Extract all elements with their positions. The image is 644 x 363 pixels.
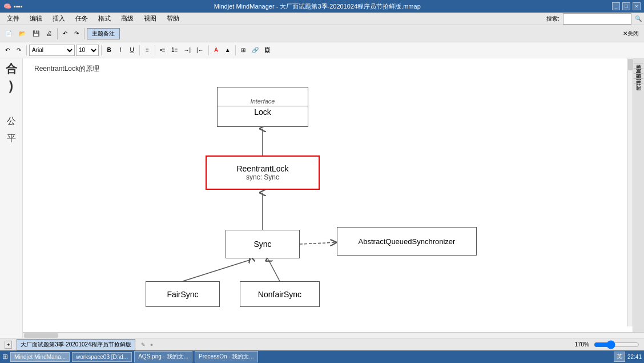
taskbar-item-processon[interactable]: ProcessOn - 我的文...: [195, 351, 258, 362]
current-tab[interactable]: 大厂面试题第3季-20201024程序员节抢鲜版: [17, 339, 135, 350]
canvas-h-container: ReentrantLock的原理: [23, 58, 644, 332]
node-aqs-label-main: AbstractQueuedSynchronizer: [359, 237, 456, 246]
vscrollbar[interactable]: [627, 58, 633, 326]
italic-button[interactable]: I: [115, 45, 126, 56]
right-icon-topic[interactable]: 主题格式: [634, 58, 643, 63]
window-controls[interactable]: _ □ ×: [612, 2, 641, 10]
note-label[interactable]: 主题备注: [87, 28, 120, 39]
node-fairsync[interactable]: FairSync: [146, 281, 220, 307]
node-reentrant-label-main: ReentrantLock: [236, 164, 288, 173]
insert-image-button[interactable]: 🖼: [262, 45, 272, 56]
node-interface[interactable]: Interface Lock: [217, 87, 308, 127]
node-interface-label-top: Interface: [251, 98, 275, 105]
hscroll-thumb[interactable]: [24, 333, 58, 338]
diagram: Interface Lock ReentrantLock sync: Sync …: [57, 75, 514, 332]
print-button[interactable]: 🖨: [43, 27, 55, 40]
redo-fmt-button[interactable]: ↷: [14, 45, 24, 56]
menu-advanced[interactable]: 高级: [116, 13, 138, 24]
start-icon[interactable]: ⊞: [2, 353, 8, 361]
save-button[interactable]: 💾: [30, 27, 42, 40]
fmt-divider3: [139, 45, 140, 55]
menu-file[interactable]: 文件: [2, 13, 24, 24]
bold-button[interactable]: B: [104, 45, 114, 56]
toolbar: 📄 📂 💾 🖨 ↶ ↷ 主题备注 ✕ 关闭: [0, 25, 644, 42]
fmt-divider6: [235, 45, 236, 55]
taskbar: ⊞ Mindjet MindMana... workspace03 [D:\d.…: [0, 350, 644, 363]
node-sync-label-main: Sync: [253, 240, 271, 249]
taskbar-item-aqspng[interactable]: AQS.png - 我的文...: [134, 351, 192, 362]
fmt-divider5: [208, 45, 209, 55]
left-char-gong: 公: [3, 113, 19, 129]
menu-insert[interactable]: 插入: [48, 13, 70, 24]
taskbar-workspace-label: workspace03 [D:\d...: [76, 354, 128, 360]
menu-view[interactable]: 视图: [139, 13, 161, 24]
new-tab-button[interactable]: +: [5, 341, 12, 349]
indent-out-button[interactable]: |←: [194, 45, 206, 56]
taskbar-item-workspace[interactable]: workspace03 [D:\d...: [72, 352, 132, 362]
zoom-slider[interactable]: [594, 340, 639, 349]
format-toolbar: ↶ ↷ Arial 10 B I U ≡ •≡ 1≡ →| |← A ▲ ⊞ 🔗…: [0, 42, 644, 58]
menu-edit[interactable]: 编辑: [25, 13, 47, 24]
undo-fmt-button[interactable]: ↶: [2, 45, 13, 56]
close-button[interactable]: ×: [633, 2, 641, 10]
status-bar: + 大厂面试题第3季-20201024程序员节抢鲜版 ✎ ● 170%: [0, 338, 644, 350]
divider1: [57, 28, 58, 39]
minimize-button[interactable]: _: [612, 2, 620, 10]
node-nonfairsync[interactable]: NonfairSync: [240, 281, 320, 307]
fmt-divider2: [101, 45, 102, 55]
right-icon-mark[interactable]: 标记: [634, 79, 643, 84]
search-icon[interactable]: 🔍: [635, 15, 642, 22]
underline-button[interactable]: U: [127, 45, 137, 56]
font-select[interactable]: Arial: [29, 45, 75, 56]
zoom-label: 170%: [574, 341, 589, 348]
right-icon-task[interactable]: 任务信息: [634, 63, 643, 69]
vscroll-thumb[interactable]: [628, 59, 633, 70]
search-input[interactable]: [563, 13, 631, 25]
main-layout: 合 ) 公 平 ReentrantLock的原理: [0, 58, 644, 338]
list-bullet-button[interactable]: •≡: [158, 45, 168, 56]
redo-button[interactable]: ↷: [71, 27, 82, 40]
window-title: Mindjet MindManager - 大厂面试题第3季-20201024程…: [23, 2, 612, 11]
hscrollbar[interactable]: [23, 332, 644, 338]
font-color-button[interactable]: A: [211, 45, 222, 56]
node-reentrant-label-sub: sync: Sync: [246, 173, 279, 181]
list-number-button[interactable]: 1≡: [169, 45, 180, 56]
insert-link-button[interactable]: 🔗: [249, 45, 261, 56]
undo-button[interactable]: ↶: [60, 27, 70, 40]
indent-in-button[interactable]: →|: [181, 45, 193, 56]
taskbar-aqspng-label: AQS.png - 我的文...: [138, 353, 188, 360]
canvas-title: ReentrantLock的原理: [34, 64, 99, 74]
app-icon: 🧠: [3, 3, 11, 10]
maximize-button[interactable]: □: [622, 2, 630, 10]
taskbar-time: 22:41: [627, 354, 642, 360]
menu-format[interactable]: 格式: [94, 13, 115, 24]
titlebar-left: 🧠 ▪▪▪▪: [3, 3, 23, 10]
taskbar-item-mindmanager[interactable]: Mindjet MindMana...: [10, 352, 70, 362]
menubar: 文件 编辑 插入 任务 格式 高级 视图 帮助 搜索: 🔍: [0, 13, 644, 25]
right-icon-style[interactable]: 样式库: [634, 74, 643, 79]
node-fairsync-label-main: FairSync: [167, 290, 198, 299]
node-sync[interactable]: Sync: [226, 230, 300, 258]
node-aqs[interactable]: AbstractQueuedSynchronizer: [337, 227, 477, 256]
right-icon-outline[interactable]: 大纲视图: [634, 69, 643, 74]
node-reentrant[interactable]: ReentrantLock sync: Sync: [206, 155, 320, 190]
size-select[interactable]: 10: [76, 45, 99, 56]
left-char-ping: 平: [3, 130, 19, 146]
new-button[interactable]: 📄: [2, 27, 15, 40]
canvas-area[interactable]: ReentrantLock的原理: [23, 58, 633, 332]
menu-help[interactable]: 帮助: [162, 13, 184, 24]
titlebar: 🧠 ▪▪▪▪ Mindjet MindManager - 大厂面试题第3季-20…: [0, 0, 644, 13]
align-button[interactable]: ≡: [142, 45, 152, 56]
open-button[interactable]: 📂: [16, 27, 29, 40]
insert-table-button[interactable]: ⊞: [238, 45, 248, 56]
canvas-wrapper: ReentrantLock的原理: [23, 58, 644, 338]
highlight-button[interactable]: ▲: [223, 45, 233, 56]
node-interface-divider: [218, 106, 308, 106]
close-panel-button[interactable]: ✕ 关闭: [620, 27, 642, 40]
ime-button[interactable]: 英: [614, 352, 625, 362]
node-interface-label-main: Lock: [254, 107, 271, 117]
menu-task[interactable]: 任务: [71, 13, 92, 24]
tab-unsaved-icon: ●: [150, 342, 153, 348]
taskbar-processon-label: ProcessOn - 我的文...: [199, 353, 254, 360]
left-char-he: 合: [3, 61, 19, 77]
